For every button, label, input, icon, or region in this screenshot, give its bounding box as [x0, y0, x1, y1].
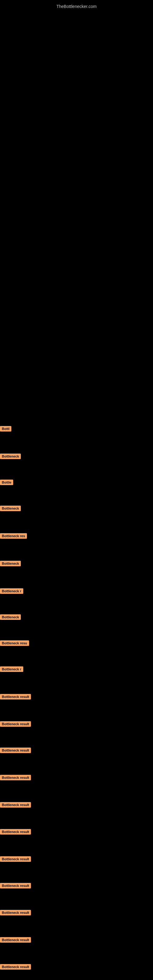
bottleneck-result-badge: Bottleneck — [0, 561, 21, 566]
bottleneck-result-badge: Bottleneck result — [0, 829, 31, 835]
bottleneck-result-badge: Bottleneck resu — [0, 640, 29, 646]
bottleneck-badge-item: Bottleneck result — [0, 964, 31, 970]
bottleneck-badge-item: Bottleneck result — [0, 802, 31, 808]
bottleneck-badge-item: Bottleneck — [0, 560, 21, 566]
bottleneck-result-badge: Bottleneck result — [0, 937, 31, 943]
bottleneck-result-badge: Bottleneck result — [0, 694, 31, 700]
bottleneck-result-badge: Bottleneck r — [0, 588, 23, 594]
bottleneck-badge-item: Bottleneck result — [0, 856, 31, 862]
bottleneck-result-badge: Bottleneck result — [0, 748, 31, 753]
bottleneck-badge-item: Bottl — [0, 426, 11, 431]
bottleneck-badge-item: Bottleneck result — [0, 829, 31, 835]
bottleneck-badge-item: Bottleneck — [0, 453, 21, 459]
bottleneck-result-badge: Bottleneck result — [0, 910, 31, 915]
site-title: TheBottlenecker.com — [0, 2, 153, 11]
bottleneck-result-badge: Bottleneck result — [0, 775, 31, 780]
bottleneck-result-badge: Bottleneck — [0, 614, 21, 620]
bottleneck-badge-item: Bottleneck result — [0, 910, 31, 915]
bottleneck-result-badge: Bottleneck result — [0, 883, 31, 888]
bottleneck-badge-item: Bottleneck resu — [0, 640, 29, 646]
bottleneck-badge-item: Bottleneck result — [0, 883, 31, 888]
bottleneck-badge-item: Bottleneck result — [0, 694, 31, 700]
bottleneck-result-badge: Bottleneck r — [0, 667, 23, 672]
bottleneck-badge-item: Bottleneck res — [0, 533, 27, 539]
bottleneck-result-badge: Bottleneck — [0, 453, 21, 459]
bottleneck-badge-item: Bottleneck r — [0, 588, 23, 594]
bottleneck-result-badge: Bottleneck result — [0, 802, 31, 808]
bottleneck-badge-item: Bottleneck result — [0, 775, 31, 780]
bottleneck-result-badge: Bottleneck result — [0, 856, 31, 862]
bottleneck-result-badge: Bottleneck res — [0, 533, 27, 539]
bottleneck-badge-item: Bottle — [0, 479, 13, 485]
bottleneck-result-badge: Bottleneck — [0, 506, 21, 511]
bottleneck-badge-item: Bottleneck result — [0, 721, 31, 727]
bottleneck-badge-item: Bottleneck — [0, 614, 21, 620]
bottleneck-badge-item: Bottleneck — [0, 505, 21, 511]
bottleneck-badge-item: Bottleneck r — [0, 666, 23, 672]
bottleneck-result-badge: Bottl — [0, 426, 11, 431]
bottleneck-result-badge: Bottle — [0, 480, 13, 485]
bottleneck-badge-item: Bottleneck result — [0, 937, 31, 943]
bottleneck-badge-item: Bottleneck result — [0, 747, 31, 753]
bottleneck-result-badge: Bottleneck result — [0, 964, 31, 970]
bottleneck-result-badge: Bottleneck result — [0, 721, 31, 727]
